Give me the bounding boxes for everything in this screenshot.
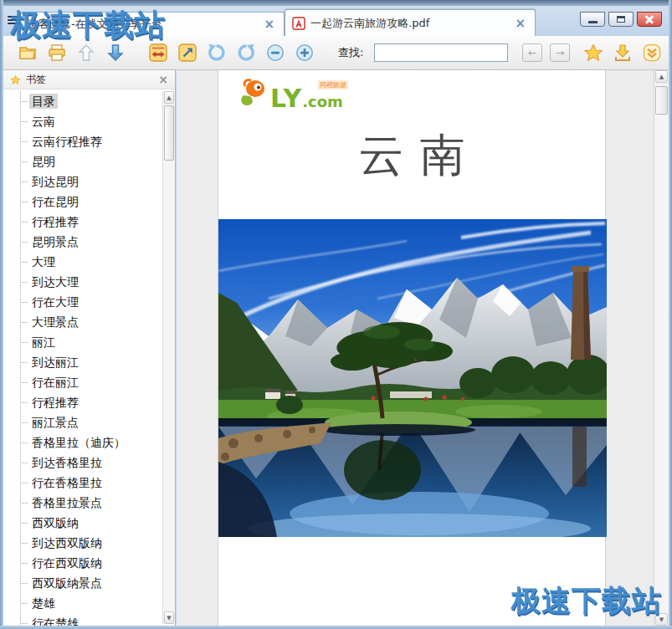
bookmark-label: 西双版纳 [29, 515, 81, 530]
bookmark-item[interactable]: 香格里拉景点 [3, 493, 162, 513]
document-scrollbar[interactable]: ▲ ▼ [654, 70, 669, 626]
fit-width-button[interactable] [147, 42, 169, 64]
bookmark-item[interactable]: 行在大理 [3, 292, 162, 312]
bookmark-item[interactable]: 大理景点 [3, 312, 162, 332]
bookmark-label: 行在香格里拉 [29, 475, 105, 490]
bookmark-item[interactable]: 西双版纳景点 [3, 573, 162, 593]
bookmark-list: 目录云南云南行程推荐昆明到达昆明行在昆明行程推荐昆明景点大理到达大理行在大理大理… [3, 91, 162, 626]
bookmark-label: 昆明 [29, 154, 58, 169]
tab-label: 道客巴巴-在线文档分享平台 [28, 17, 261, 32]
bookmark-item[interactable]: 云南行程推荐 [3, 131, 162, 151]
scroll-down-button[interactable]: ▼ [164, 611, 174, 624]
bookmark-item[interactable]: 丽江 [3, 332, 162, 352]
minimize-icon [588, 21, 598, 23]
window-frame-top [0, 0, 672, 6]
download-button[interactable] [612, 42, 634, 64]
bookmark-item[interactable]: 到达昆明 [3, 171, 162, 192]
favorite-button[interactable] [582, 42, 604, 64]
bookmark-item[interactable]: 到达大理 [3, 272, 162, 292]
bookmark-label: 行在昆明 [29, 194, 81, 209]
bookmark-item[interactable]: 到达西双版纳 [3, 533, 162, 553]
bookmark-item[interactable]: 行在丽江 [3, 372, 162, 392]
bookmark-item[interactable]: 行程推荐 [3, 212, 162, 232]
close-button[interactable] [637, 12, 662, 27]
pdf-reader-window: 道客巴巴-在线文档分享平台 × 一起游云南旅游攻略.pdf × [0, 0, 672, 629]
bookmark-item[interactable]: 行在西双版纳 [3, 553, 162, 573]
tab-pdf-active[interactable]: 一起游云南旅游攻略.pdf × [285, 9, 536, 36]
bookmark-item[interactable]: 行在楚雄 [3, 613, 162, 626]
bookmark-item[interactable]: 行程推荐 [3, 392, 162, 412]
fit-page-icon [177, 43, 197, 63]
logo-tagline: 同程旅游 [318, 80, 348, 89]
minimize-button[interactable] [580, 12, 605, 27]
zoom-out-button[interactable] [264, 42, 286, 64]
rotate-left-button[interactable] [206, 42, 228, 64]
scroll-up-button[interactable]: ▲ [655, 70, 668, 83]
tab-label: 一起游云南旅游攻略.pdf [310, 16, 512, 31]
find-previous-button[interactable]: ← [522, 43, 542, 62]
bookmark-item[interactable]: 目录 [3, 91, 162, 111]
bookmark-label: 云南行程推荐 [29, 134, 105, 149]
bookmark-label: 大理景点 [29, 314, 81, 330]
folder-open-icon [18, 43, 38, 63]
scroll-down-button[interactable]: ▼ [655, 613, 668, 626]
restore-icon [617, 16, 625, 23]
open-file-button[interactable] [17, 42, 38, 64]
tab-document-site[interactable]: 道客巴巴-在线文档分享平台 × [20, 12, 285, 36]
triangle-down-icon: ▼ [167, 615, 171, 621]
arrow-left-icon: ← [528, 47, 536, 59]
bookmarks-scrollbar[interactable]: ▲ ▼ [162, 91, 175, 624]
scroll-up-button[interactable]: ▲ [164, 91, 174, 104]
logo-brand: LY [270, 87, 302, 110]
tab-close-icon[interactable]: × [512, 16, 528, 31]
bookmark-item[interactable]: 行在香格里拉 [3, 473, 162, 493]
bookmark-label: 香格里拉景点 [29, 495, 105, 510]
zoom-in-button[interactable] [294, 42, 315, 64]
bookmark-label: 行在大理 [29, 294, 81, 309]
bookmark-label: 到达香格里拉 [29, 455, 105, 470]
bookmark-item[interactable]: 到达香格里拉 [3, 453, 162, 473]
next-page-button[interactable] [105, 42, 126, 64]
document-area: LY .com 同程旅游 云南 [177, 70, 654, 626]
panel-close-icon[interactable]: × [158, 73, 168, 86]
bookmark-item[interactable]: 昆明 [3, 151, 162, 171]
bookmark-item[interactable]: 西双版纳 [3, 513, 162, 533]
restore-button[interactable] [608, 12, 634, 27]
scrollbar-thumb[interactable] [164, 105, 174, 161]
previous-page-button[interactable] [75, 42, 97, 64]
print-button[interactable] [46, 42, 68, 64]
bookmark-star-icon [10, 74, 21, 85]
fit-width-icon [148, 43, 168, 63]
triangle-up-icon: ▲ [167, 95, 171, 101]
mountain-lake-photo [218, 219, 607, 537]
download-icon [613, 43, 633, 63]
tab-close-icon[interactable]: × [261, 17, 277, 32]
bookmark-item[interactable]: 楚雄 [3, 593, 162, 613]
triangle-up-icon: ▲ [659, 74, 664, 80]
rotate-cw-icon [236, 43, 256, 63]
bookmark-item[interactable]: 行在昆明 [3, 192, 162, 212]
double-chevron-down-icon [642, 43, 662, 63]
find-input[interactable] [374, 43, 508, 62]
menu-icon[interactable] [8, 16, 21, 27]
bookmark-item[interactable]: 香格里拉（迪庆） [3, 432, 162, 453]
bookmark-label: 云南 [29, 114, 58, 129]
rotate-right-button[interactable] [235, 42, 257, 64]
bookmark-label: 目录 [29, 94, 58, 109]
fit-page-button[interactable] [177, 42, 198, 64]
bookmark-label: 到达丽江 [29, 355, 81, 370]
toolbar: 查找: ← → 1 / 99 [3, 36, 669, 70]
bookmark-item[interactable]: 丽江景点 [3, 412, 162, 432]
bookmark-item[interactable]: 到达丽江 [3, 352, 162, 372]
bookmark-item[interactable]: 云南 [3, 111, 162, 131]
scrollbar-thumb[interactable] [655, 86, 668, 115]
window-frame-left [0, 0, 3, 629]
more-tools-button[interactable] [641, 42, 663, 64]
bookmark-label: 到达昆明 [29, 174, 81, 189]
bookmark-item[interactable]: 昆明景点 [3, 232, 162, 252]
bookmark-item[interactable]: 大理 [3, 252, 162, 272]
bookmark-label: 楚雄 [29, 596, 58, 611]
minus-circle-icon [265, 43, 285, 63]
find-next-button[interactable]: → [550, 43, 570, 62]
logo-mascot-icon [235, 78, 269, 110]
